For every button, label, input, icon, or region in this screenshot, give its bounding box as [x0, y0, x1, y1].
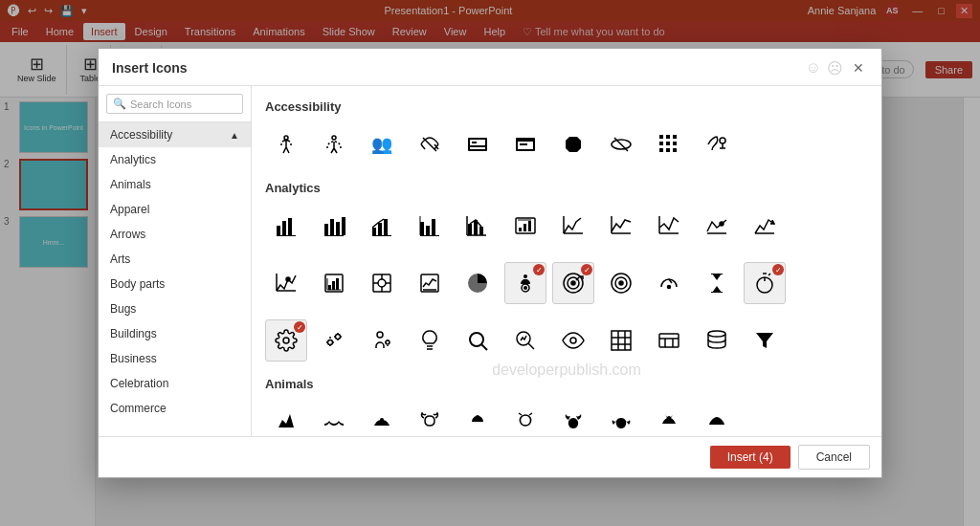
- svg-rect-32: [324, 235, 344, 236]
- cancel-button[interactable]: Cancel: [798, 445, 870, 470]
- category-item-animals[interactable]: Animals: [99, 172, 251, 197]
- icon-cell[interactable]: [361, 262, 403, 304]
- icon-cell[interactable]: [696, 401, 738, 436]
- animals-icon-grid: [265, 401, 868, 436]
- icon-cell[interactable]: [313, 401, 355, 436]
- icon-cell[interactable]: [409, 401, 451, 436]
- svg-rect-5: [470, 140, 485, 149]
- modal-close-button[interactable]: ✕: [849, 58, 868, 77]
- category-item-buildings[interactable]: Buildings: [99, 321, 251, 346]
- category-item-celebration[interactable]: Celebration: [99, 371, 251, 396]
- category-item-accessibility[interactable]: Accessibility ▲: [99, 122, 251, 147]
- icon-cell[interactable]: [648, 205, 690, 247]
- icon-cell[interactable]: [600, 319, 642, 362]
- icon-cell-selected-1[interactable]: ✓: [504, 262, 546, 304]
- category-item-bugs[interactable]: Bugs: [99, 296, 251, 321]
- icon-cell[interactable]: [600, 401, 642, 436]
- svg-rect-26: [288, 218, 292, 235]
- category-item-business[interactable]: Business: [99, 346, 251, 371]
- icon-cell[interactable]: [600, 262, 642, 304]
- svg-rect-7: [472, 142, 477, 143]
- icon-cell[interactable]: [313, 262, 355, 304]
- icon-cell[interactable]: [648, 262, 690, 304]
- icon-cell[interactable]: [696, 262, 738, 304]
- icon-cell[interactable]: [313, 123, 355, 165]
- icon-cell-selected-3[interactable]: ✓: [744, 262, 786, 304]
- category-item-commerce[interactable]: Commerce: [99, 396, 251, 421]
- icon-cell[interactable]: [457, 123, 499, 165]
- icon-cell[interactable]: 👥: [361, 123, 403, 165]
- icon-cell[interactable]: [313, 205, 355, 247]
- icon-cell[interactable]: [552, 319, 594, 362]
- analytics-icon-grid-row2: ✓ ✓: [265, 262, 868, 304]
- svg-rect-24: [277, 226, 280, 235]
- category-item-apparel[interactable]: Apparel: [99, 197, 251, 222]
- icon-cell[interactable]: [744, 319, 786, 362]
- feedback-happy-icon[interactable]: ☺: [806, 59, 821, 77]
- icon-cell[interactable]: [600, 205, 642, 247]
- svg-rect-67: [336, 278, 339, 290]
- svg-rect-25: [282, 221, 286, 235]
- svg-rect-27: [277, 235, 296, 236]
- svg-rect-39: [432, 219, 435, 235]
- icon-cell[interactable]: [744, 205, 786, 247]
- modal-header-right: ☺ ☹ ✕: [806, 58, 868, 77]
- icon-cell-selected-4[interactable]: ✓: [265, 319, 307, 362]
- accessibility-section-title: Accessibility: [265, 99, 868, 114]
- svg-rect-18: [666, 142, 670, 145]
- category-item-arrows[interactable]: Arrows: [99, 222, 251, 247]
- icon-cell[interactable]: [648, 319, 690, 362]
- svg-rect-34: [378, 223, 382, 235]
- svg-point-101: [470, 333, 483, 346]
- chevron-up-icon: ▲: [230, 130, 239, 141]
- svg-rect-31: [342, 217, 345, 235]
- svg-rect-50: [528, 221, 531, 231]
- icon-cell[interactable]: [457, 205, 499, 247]
- svg-point-71: [378, 279, 386, 287]
- icon-cell[interactable]: [552, 205, 594, 247]
- icon-cell[interactable]: [409, 123, 451, 165]
- category-item-analytics[interactable]: Analytics: [99, 147, 251, 172]
- icon-cell[interactable]: [265, 123, 307, 165]
- icon-cell[interactable]: [504, 123, 546, 165]
- icon-cell[interactable]: [457, 319, 499, 362]
- icon-cell[interactable]: [552, 401, 594, 436]
- icon-cell[interactable]: [361, 319, 403, 362]
- icon-cell[interactable]: [361, 205, 403, 247]
- icon-cell[interactable]: [457, 262, 499, 304]
- icon-cell[interactable]: [504, 319, 546, 362]
- selection-badge: ✓: [772, 264, 784, 275]
- selection-badge: ✓: [294, 321, 305, 333]
- icon-cell[interactable]: [313, 319, 355, 362]
- icon-cell[interactable]: [409, 319, 451, 362]
- category-item-body-parts[interactable]: Body parts: [99, 272, 251, 296]
- icon-cell[interactable]: [648, 123, 690, 165]
- svg-point-98: [336, 335, 341, 340]
- icon-cell[interactable]: [696, 123, 738, 165]
- icon-cell[interactable]: [361, 401, 403, 436]
- modal-header: Insert Icons ☺ ☹ ✕: [99, 49, 881, 86]
- icon-cell-selected-2[interactable]: ✓: [552, 262, 594, 304]
- icon-cell[interactable]: [265, 205, 307, 247]
- icon-cell[interactable]: [409, 205, 451, 247]
- search-input[interactable]: Search Icons: [130, 99, 191, 110]
- svg-rect-37: [420, 222, 424, 235]
- icon-cell[interactable]: [696, 205, 738, 247]
- icon-cell[interactable]: [409, 262, 451, 304]
- icon-cell[interactable]: [648, 401, 690, 436]
- insert-button[interactable]: Insert (4): [710, 446, 791, 469]
- icon-cell[interactable]: [552, 123, 594, 165]
- icon-cell[interactable]: [457, 401, 499, 436]
- category-item-arts[interactable]: Arts: [99, 247, 251, 272]
- icon-cell[interactable]: [265, 262, 307, 304]
- feedback-sad-icon[interactable]: ☹: [827, 59, 843, 77]
- search-input-wrapper[interactable]: 🔍 Search Icons: [106, 94, 243, 114]
- svg-rect-65: [328, 285, 331, 290]
- icon-cell[interactable]: [504, 401, 546, 436]
- icon-cell[interactable]: [265, 401, 307, 436]
- svg-point-97: [328, 340, 333, 345]
- icon-cell[interactable]: [600, 123, 642, 165]
- accessibility-icon-grid: 👥: [265, 123, 868, 165]
- icon-cell[interactable]: [504, 205, 546, 247]
- icon-cell[interactable]: [696, 319, 738, 362]
